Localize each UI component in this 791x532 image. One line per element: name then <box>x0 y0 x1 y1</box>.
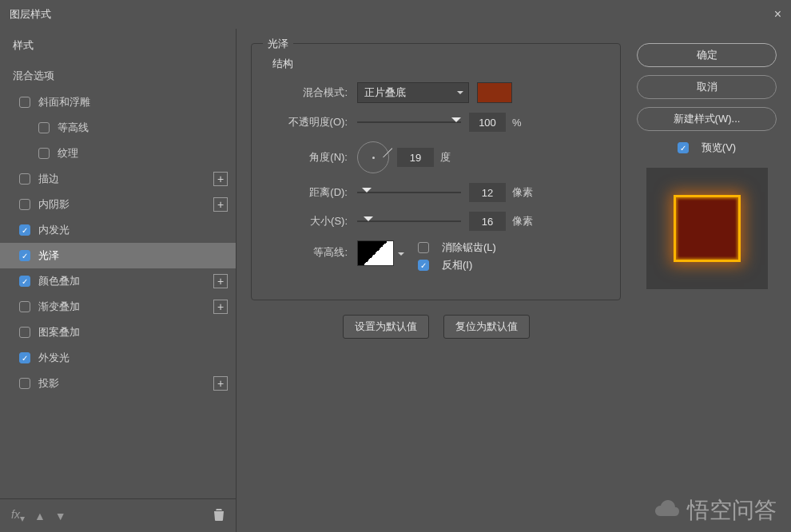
checkbox-icon[interactable] <box>19 301 30 312</box>
opacity-input[interactable] <box>469 113 506 132</box>
contour-label: 等高线: <box>268 240 348 260</box>
size-label: 大小(S): <box>268 214 348 228</box>
blending-options-item[interactable]: 混合选项 <box>0 62 236 89</box>
size-input[interactable] <box>469 212 506 231</box>
distance-row: 距离(D): 像素 <box>268 183 604 202</box>
add-icon[interactable]: + <box>213 300 228 314</box>
effect-inner-shadow[interactable]: 内阴影 + <box>0 192 236 217</box>
checkbox-icon[interactable] <box>19 173 30 185</box>
effect-label: 光泽 <box>38 248 59 263</box>
effect-gradient-overlay[interactable]: 渐变叠加 + <box>0 294 236 320</box>
effect-label: 纹理 <box>58 146 78 161</box>
checkbox-icon[interactable]: ✓ <box>19 250 30 261</box>
add-icon[interactable]: + <box>213 376 228 391</box>
distance-slider[interactable] <box>357 185 461 200</box>
cancel-button[interactable]: 取消 <box>637 75 777 99</box>
effect-contour[interactable]: 等高线 <box>0 115 236 141</box>
sidebar-footer: fx▾ ▲ ▼ <box>0 498 236 532</box>
effect-stroke[interactable]: 描边 + <box>0 166 236 192</box>
distance-unit: 像素 <box>512 185 533 200</box>
angle-input[interactable] <box>397 148 434 167</box>
effect-label: 投影 <box>38 376 59 391</box>
close-icon[interactable]: × <box>774 7 781 22</box>
effect-bevel-emboss[interactable]: 斜面和浮雕 <box>0 89 236 115</box>
main-area: 光泽 结构 混合模式: 正片叠底 不透明度(O): % <box>237 29 791 532</box>
distance-label: 距离(D): <box>268 185 348 200</box>
checkbox-icon[interactable]: ✓ <box>19 224 30 236</box>
settings-column: 光泽 结构 混合模式: 正片叠底 不透明度(O): % <box>251 43 621 532</box>
window-title: 图层样式 <box>10 7 51 22</box>
effect-label: 颜色叠加 <box>38 274 80 288</box>
checkbox-icon[interactable] <box>19 327 30 338</box>
opacity-unit: % <box>512 117 522 129</box>
invert-checkbox[interactable]: ✓ <box>418 260 429 271</box>
add-icon[interactable]: + <box>213 172 228 186</box>
effect-label: 图案叠加 <box>38 325 80 339</box>
dialog-body: 样式 混合选项 斜面和浮雕 等高线 纹理 描边 + 内阴影 <box>0 29 791 532</box>
effect-outer-glow[interactable]: ✓ 外发光 <box>0 345 236 371</box>
checkbox-icon[interactable] <box>38 122 50 133</box>
add-icon[interactable]: + <box>213 274 228 288</box>
new-style-button[interactable]: 新建样式(W)... <box>637 107 777 131</box>
effect-inner-glow[interactable]: ✓ 内发光 <box>0 217 236 243</box>
color-swatch[interactable] <box>477 82 512 103</box>
effect-label: 等高线 <box>58 121 89 135</box>
effect-label: 渐变叠加 <box>38 300 80 314</box>
effect-label: 描边 <box>38 172 59 186</box>
trash-icon[interactable] <box>213 508 225 523</box>
effect-label: 内阴影 <box>38 197 70 212</box>
checkbox-icon[interactable] <box>38 148 50 159</box>
arrow-down-icon[interactable]: ▼ <box>55 510 66 522</box>
make-default-button[interactable]: 设置为默认值 <box>343 315 429 339</box>
antialias-label: 消除锯齿(L) <box>442 240 496 255</box>
checkbox-icon[interactable] <box>19 199 30 210</box>
checkbox-icon[interactable] <box>19 378 30 389</box>
effect-pattern-overlay[interactable]: 图案叠加 <box>0 320 236 345</box>
right-column: 确定 取消 新建样式(W)... ✓ 预览(V) <box>637 43 777 532</box>
effect-label: 斜面和浮雕 <box>38 95 90 109</box>
effect-label: 外发光 <box>38 351 70 365</box>
antialias-checkbox[interactable] <box>418 242 429 253</box>
checkbox-icon[interactable]: ✓ <box>19 276 30 287</box>
angle-unit: 度 <box>440 150 451 165</box>
fieldset-title: 光泽 <box>263 37 293 51</box>
effect-texture[interactable]: 纹理 <box>0 141 236 166</box>
angle-dial[interactable] <box>357 141 389 173</box>
invert-row: ✓ 反相(I) <box>418 258 496 272</box>
reset-default-button[interactable]: 复位为默认值 <box>443 315 530 339</box>
angle-row: 角度(N): 度 <box>268 141 604 173</box>
effect-drop-shadow[interactable]: 投影 + <box>0 371 236 396</box>
contour-picker[interactable] <box>357 240 394 266</box>
blend-mode-row: 混合模式: 正片叠底 <box>268 82 604 103</box>
preview-thumbnail <box>646 168 768 289</box>
size-row: 大小(S): 像素 <box>268 212 604 231</box>
sidebar-header: 样式 <box>0 29 236 62</box>
opacity-row: 不透明度(O): % <box>268 113 604 132</box>
arrow-up-icon[interactable]: ▲ <box>34 510 46 522</box>
blend-mode-select[interactable]: 正片叠底 <box>357 82 469 103</box>
size-slider[interactable] <box>357 213 461 229</box>
defaults-button-row: 设置为默认值 复位为默认值 <box>251 315 621 339</box>
opacity-label: 不透明度(O): <box>268 115 348 129</box>
satin-fieldset: 光泽 结构 混合模式: 正片叠底 不透明度(O): % <box>251 43 621 300</box>
preview-graphic <box>674 195 741 262</box>
effect-color-overlay[interactable]: ✓ 颜色叠加 + <box>0 268 236 294</box>
effects-list: 斜面和浮雕 等高线 纹理 描边 + 内阴影 + ✓ 内发光 <box>0 89 236 498</box>
distance-input[interactable] <box>469 183 506 202</box>
preview-toggle-row: ✓ 预览(V) <box>637 141 777 155</box>
angle-label: 角度(N): <box>268 150 348 165</box>
blend-mode-label: 混合模式: <box>268 85 348 100</box>
size-unit: 像素 <box>512 214 533 228</box>
sidebar: 样式 混合选项 斜面和浮雕 等高线 纹理 描边 + 内阴影 <box>0 29 237 532</box>
titlebar: 图层样式 × <box>0 0 791 29</box>
checkbox-icon[interactable]: ✓ <box>19 352 30 363</box>
add-icon[interactable]: + <box>213 197 228 212</box>
fx-menu-icon[interactable]: fx▾ <box>11 508 25 524</box>
preview-checkbox[interactable]: ✓ <box>678 142 689 153</box>
ok-button[interactable]: 确定 <box>637 43 777 67</box>
structure-label: 结构 <box>268 55 604 82</box>
contour-row: 等高线: 消除锯齿(L) ✓ 反相(I) <box>268 240 604 276</box>
opacity-slider[interactable] <box>357 114 461 130</box>
effect-satin[interactable]: ✓ 光泽 <box>0 243 236 268</box>
checkbox-icon[interactable] <box>19 97 30 108</box>
